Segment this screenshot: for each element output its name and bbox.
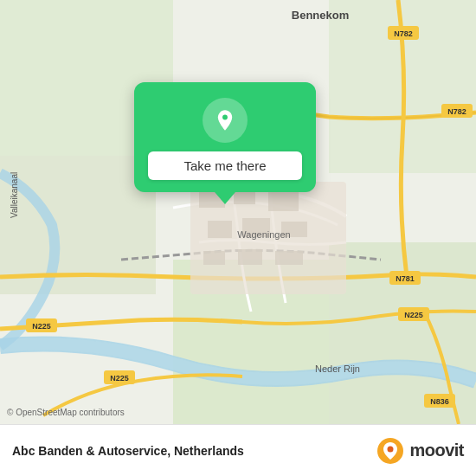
- location-pin-icon: [213, 108, 237, 132]
- svg-text:N225: N225: [110, 374, 129, 383]
- svg-rect-9: [268, 192, 299, 211]
- bottom-bar: Abc Banden & Autoservice, Netherlands mo…: [0, 424, 476, 476]
- location-popup: Take me there: [134, 82, 316, 192]
- svg-text:N782: N782: [447, 107, 466, 116]
- moovit-label: moovit: [409, 441, 464, 460]
- svg-rect-13: [203, 251, 225, 265]
- bottom-info: Abc Banden & Autoservice, Netherlands: [12, 444, 244, 458]
- svg-text:N782: N782: [394, 29, 413, 38]
- svg-text:N225: N225: [32, 322, 51, 331]
- svg-text:Valleikanaal: Valleikanaal: [10, 172, 19, 218]
- svg-text:N836: N836: [430, 397, 449, 406]
- svg-rect-15: [275, 251, 303, 265]
- take-me-there-button[interactable]: Take me there: [148, 151, 302, 180]
- svg-text:N781: N781: [396, 274, 415, 283]
- svg-point-37: [222, 115, 228, 120]
- svg-text:Neder Rijn: Neder Rijn: [315, 363, 360, 374]
- svg-rect-10: [208, 221, 232, 238]
- location-icon-circle: [203, 98, 248, 143]
- moovit-icon: [376, 437, 404, 465]
- moovit-logo: moovit: [376, 437, 464, 465]
- svg-rect-14: [238, 249, 262, 265]
- svg-text:Bennekom: Bennekom: [292, 9, 349, 22]
- svg-text:Wageningen: Wageningen: [237, 229, 290, 240]
- map-area: N781 N782 N782 N781 N225 N225 N225 N836 …: [0, 0, 476, 424]
- location-title: Abc Banden & Autoservice, Netherlands: [12, 444, 244, 458]
- svg-text:© OpenStreetMap contributors: © OpenStreetMap contributors: [7, 408, 125, 417]
- svg-point-39: [388, 446, 394, 452]
- svg-text:N225: N225: [404, 311, 423, 319]
